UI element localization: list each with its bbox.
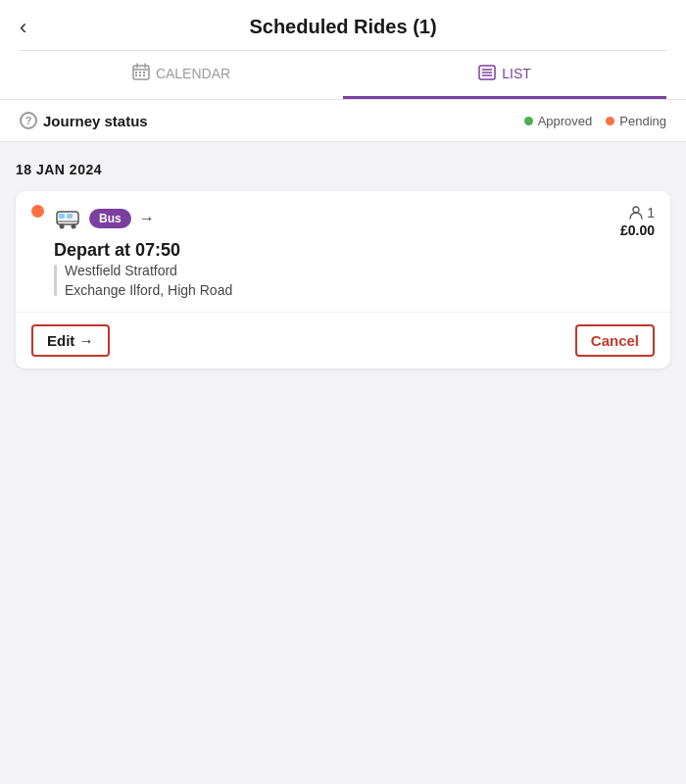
person-icon [628,205,644,220]
svg-rect-7 [135,74,137,76]
svg-point-18 [72,224,76,229]
header-top: ‹ Scheduled Rides (1) [20,16,666,50]
status-legend: Approved Pending [524,114,666,128]
approved-label: Approved [538,114,593,128]
bus-badge: Bus [89,209,131,228]
tab-calendar-label: CALENDAR [156,66,230,81]
tab-calendar[interactable]: CALENDAR [20,51,343,99]
ride-status-left [31,205,44,218]
ride-top-row: Bus → [54,205,611,232]
svg-point-20 [633,207,639,213]
journey-status-label: Journey status [43,113,148,129]
bus-vehicle-icon [54,205,81,232]
passenger-count: 1 [628,205,655,220]
rides-section: 18 JAN 2024 [0,142,686,388]
stop-origin: Westfield Stratford [65,263,232,278]
filter-bar: ? Journey status Approved Pending [0,100,686,142]
approved-legend: Approved [524,114,593,128]
back-button[interactable]: ‹ [20,17,26,38]
svg-rect-5 [139,72,141,74]
status-dot [31,205,44,218]
ride-card-footer: Edit → Cancel [16,312,670,368]
ride-meta: 1 £0.00 [620,205,655,238]
svg-rect-15 [59,214,65,219]
content-area: ? Journey status Approved Pending 18 JAN… [0,100,686,784]
ride-card-body: Bus → Depart at 07:50 Westfield Stratfor… [16,191,670,312]
stop-destination: Exchange Ilford, High Road [65,282,232,298]
tab-list-label: LIST [502,66,531,81]
journey-status: ? Journey status [20,112,148,129]
tabs-container: CALENDAR LIST [20,50,666,99]
ride-card: Bus → Depart at 07:50 Westfield Stratfor… [16,191,670,368]
svg-rect-8 [139,74,141,76]
pending-legend: Pending [606,114,666,128]
passenger-number: 1 [647,205,655,220]
route-line: Westfield Stratford Exchange Ilford, Hig… [54,263,611,298]
svg-rect-6 [143,72,145,74]
pending-label: Pending [619,114,666,128]
question-icon: ? [20,112,37,129]
tab-list[interactable]: LIST [343,51,666,99]
approved-dot [524,117,533,125]
cancel-button[interactable]: Cancel [575,324,655,357]
date-heading: 18 JAN 2024 [16,162,670,177]
route-bar [54,265,57,296]
depart-time: Depart at 07:50 [54,240,611,261]
list-icon [478,63,496,84]
pending-dot [606,117,614,125]
ride-price: £0.00 [620,222,655,238]
phone-container: ‹ Scheduled Rides (1) [0,0,686,784]
header: ‹ Scheduled Rides (1) [0,0,686,100]
svg-point-17 [60,224,65,229]
page-title: Scheduled Rides (1) [249,16,436,38]
direction-arrow-icon: → [139,210,155,227]
svg-rect-16 [67,214,73,219]
route-stops: Westfield Stratford Exchange Ilford, Hig… [65,263,232,298]
ride-details: Bus → Depart at 07:50 Westfield Stratfor… [54,205,611,298]
svg-rect-9 [143,74,145,76]
calendar-icon [132,63,150,84]
svg-rect-4 [135,72,137,74]
edit-button[interactable]: Edit → [31,324,110,357]
